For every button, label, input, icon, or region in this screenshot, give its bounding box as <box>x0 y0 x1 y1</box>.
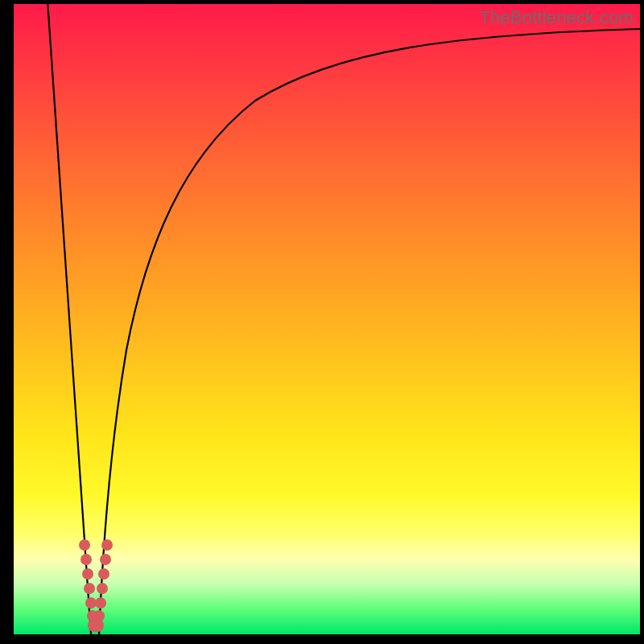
svg-point-12 <box>100 554 111 565</box>
svg-point-3 <box>84 583 95 594</box>
svg-point-2 <box>82 568 93 580</box>
svg-point-11 <box>98 568 109 580</box>
bottleneck-curve <box>14 4 640 634</box>
svg-point-9 <box>95 597 106 609</box>
chart-frame: TheBottleneck.com <box>0 0 644 644</box>
svg-point-4 <box>85 597 97 609</box>
svg-point-10 <box>97 583 108 594</box>
svg-point-13 <box>101 539 113 551</box>
svg-point-8 <box>93 610 105 621</box>
watermark-text: TheBottleneck.com <box>479 7 634 28</box>
curve-right-branch <box>99 29 640 634</box>
plot-area: TheBottleneck.com <box>14 4 640 634</box>
svg-point-1 <box>80 554 92 565</box>
svg-point-0 <box>79 539 90 551</box>
valley-markers <box>79 539 113 632</box>
